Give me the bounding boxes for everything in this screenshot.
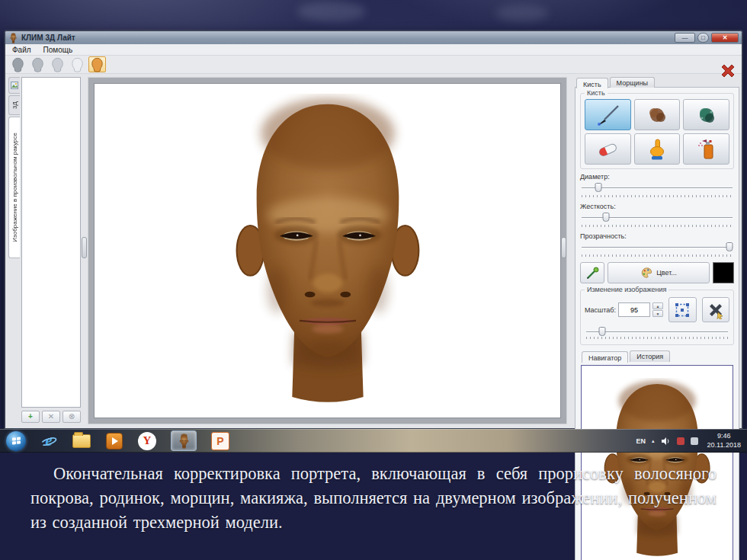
tab-history[interactable]: История (630, 350, 670, 362)
speaker-icon[interactable] (661, 437, 671, 446)
remove-view-button[interactable]: ✕ (42, 411, 60, 423)
tab-wrinkles[interactable]: Морщины (610, 77, 655, 88)
clock-time: 9:46 (707, 432, 741, 440)
brush-group: Кисть (580, 93, 734, 169)
windows-orb-icon (6, 431, 26, 451)
explorer-button[interactable] (72, 431, 91, 451)
stage-head-5-button-active[interactable] (88, 56, 106, 72)
current-color-swatch[interactable] (713, 262, 734, 283)
fit-selection-button[interactable] (668, 297, 696, 322)
tool-texture-button[interactable] (683, 99, 729, 130)
tray-icon-utility[interactable] (691, 437, 698, 445)
diameter-slider[interactable] (580, 183, 734, 193)
slider-track (582, 187, 733, 188)
selection-frame-icon (673, 301, 691, 319)
head-stage-icon (69, 56, 85, 73)
hidden-icons-button[interactable]: ▴ (652, 438, 655, 444)
right-splitter-handle[interactable] (561, 237, 566, 258)
spin-up-button[interactable]: ▲ (652, 302, 663, 309)
klim-app-active-icon (171, 430, 197, 451)
canvas-frame (88, 77, 567, 424)
yandex-browser-button[interactable]: Y (137, 431, 157, 451)
hardness-slider[interactable] (580, 213, 734, 222)
tool-eraser-button[interactable] (585, 133, 631, 165)
zoom-slider-thumb[interactable] (598, 327, 605, 336)
diameter-slider-thumb[interactable] (595, 183, 602, 192)
slider-track (582, 247, 733, 248)
scale-label: Масштаб: (585, 306, 616, 314)
close-button[interactable]: ✕ (711, 33, 739, 43)
opacity-slider[interactable] (580, 242, 734, 252)
clear-view-button[interactable]: ⊗ (63, 411, 81, 423)
windows-taskbar: e Y P EN ▴ (0, 429, 747, 453)
maximize-button[interactable]: □ (697, 33, 709, 43)
tool-smudge-button[interactable] (634, 99, 681, 130)
powerpoint-button[interactable]: P (210, 431, 230, 451)
tab-free-view[interactable]: Изображение в произвольном ракурсе (8, 117, 20, 258)
left-splitter-handle[interactable] (82, 237, 87, 258)
language-indicator[interactable]: EN (636, 437, 646, 445)
title-bar[interactable]: КЛИМ 3Д Лайт — □ ✕ (5, 31, 742, 44)
client-area: 3Д Изображение в произвольном ракурсе + … (8, 75, 739, 426)
brush-group-title: Кисть (585, 89, 608, 97)
eyedropper-icon (584, 264, 601, 281)
tab-navigator[interactable]: Навигатор (582, 351, 628, 363)
klim-app-task-button[interactable] (170, 431, 197, 451)
slider-ticks (586, 337, 728, 339)
system-tray: EN ▴ 9:46 20.11.2018 (636, 432, 741, 450)
stage-head-2-button[interactable] (29, 56, 46, 72)
color-controls: Цвет... (580, 262, 734, 283)
slider-track (586, 331, 728, 332)
portrait-canvas[interactable] (94, 83, 561, 418)
minimize-button[interactable]: — (675, 33, 695, 43)
menu-help[interactable]: Помощь (43, 46, 73, 54)
stage-head-3-button[interactable] (49, 56, 66, 72)
tool-paintbrush-button[interactable] (585, 99, 631, 130)
stage-head-1-button[interactable] (9, 56, 27, 72)
spray-can-icon (694, 137, 719, 162)
opacity-label: Прозрачность: (580, 232, 734, 240)
hardness-slider-thumb[interactable] (603, 213, 610, 222)
app-window: КЛИМ 3Д Лайт — □ ✕ Файл Помощь (5, 30, 742, 429)
image-icon (11, 82, 18, 89)
tab-photo[interactable] (8, 77, 20, 94)
image-change-group-title: Изменение изображения (585, 286, 668, 293)
clock[interactable]: 9:46 20.11.2018 (707, 432, 741, 450)
reset-zoom-button[interactable] (702, 297, 729, 322)
add-view-button[interactable]: + (21, 411, 40, 423)
face-mini-icon (178, 434, 190, 449)
opacity-slider-thumb[interactable] (726, 242, 733, 251)
window-controls: — □ ✕ (675, 33, 739, 43)
internet-explorer-button[interactable]: e (39, 431, 59, 451)
green-blot-icon (694, 103, 719, 127)
paintbrush-icon (592, 103, 623, 127)
color-picker-button[interactable]: Цвет... (608, 262, 710, 283)
presentation-slide: КЛИМ 3Д Лайт — □ ✕ Файл Помощь (0, 0, 747, 560)
tool-spray-button[interactable] (683, 133, 729, 165)
views-panel: + ✕ ⊗ (21, 75, 81, 426)
eyedropper-button[interactable] (580, 262, 604, 283)
scale-spinner: ▲ ▼ (652, 302, 663, 317)
finger-icon (646, 137, 668, 162)
slide-caption: Окончательная корректировка портрета, вк… (0, 462, 747, 536)
head-stage-icon-active (89, 56, 105, 73)
start-button[interactable] (6, 431, 26, 451)
scale-row: Масштаб: ▲ ▼ (585, 297, 729, 322)
tab-brush[interactable]: Кисть (576, 78, 608, 88)
tab-3d-view[interactable]: 3Д (8, 95, 20, 115)
scale-value-input[interactable] (618, 302, 650, 317)
image-change-group: Изменение изображения Масштаб: ▲ ▼ (580, 290, 734, 345)
taskbar-icons: e Y P (6, 431, 230, 451)
powerpoint-icon: P (211, 432, 229, 450)
media-player-button[interactable] (104, 431, 124, 451)
menu-file[interactable]: Файл (12, 46, 31, 54)
spin-down-button[interactable]: ▼ (652, 310, 663, 317)
tool-finger-button[interactable] (634, 133, 681, 165)
stage-head-4-button[interactable] (69, 56, 86, 72)
zoom-slider[interactable] (585, 327, 729, 337)
slider-ticks (582, 225, 733, 227)
views-actions: + ✕ ⊗ (21, 411, 81, 424)
views-list[interactable] (21, 77, 81, 408)
tray-icon-antivirus[interactable] (677, 437, 684, 445)
tab-3d-label: 3Д (11, 101, 18, 109)
